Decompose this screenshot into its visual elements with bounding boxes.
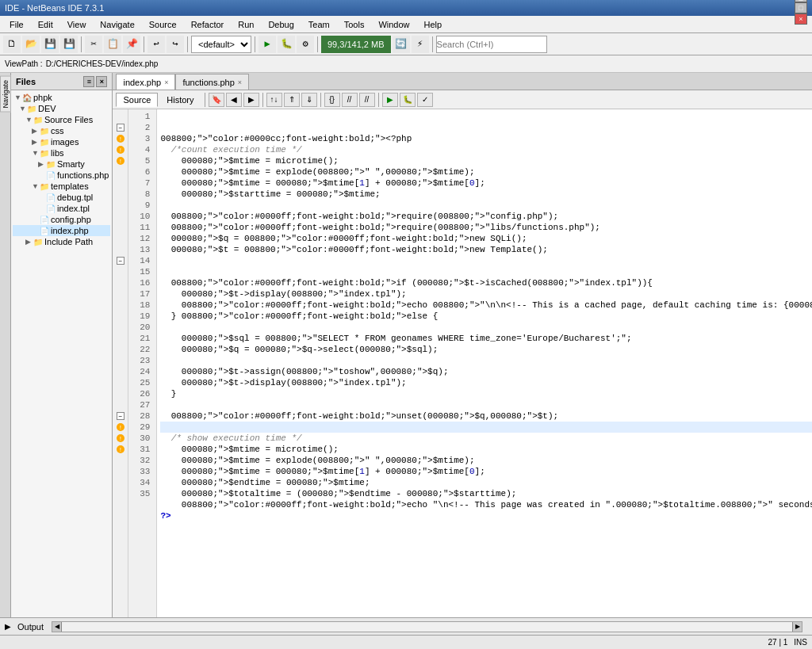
- prev-bookmark-btn[interactable]: ◀: [226, 93, 242, 107]
- etb-sep-1: [205, 93, 205, 107]
- close-button[interactable]: ×: [795, 13, 807, 25]
- prev-error-btn[interactable]: ⇑: [284, 93, 300, 107]
- open-file-button[interactable]: 📂: [22, 36, 40, 53]
- files-title: Files: [16, 77, 36, 86]
- bottom-panel: ▶ Output ◀ ▶: [0, 617, 812, 635]
- navigate-tab[interactable]: Navigate: [0, 76, 11, 113]
- toolbar-sep-3: [187, 36, 188, 52]
- tree-images[interactable]: ▶ 📁 images: [13, 136, 110, 147]
- expand-icon: ▼: [19, 105, 25, 113]
- source-files-label: Source Files: [44, 115, 93, 124]
- debug-button[interactable]: 🐛: [278, 36, 295, 53]
- tree-smarty[interactable]: ▶ 📁 Smarty: [13, 158, 110, 170]
- tree-css[interactable]: ▶ 📁 css: [13, 125, 110, 136]
- menu-file[interactable]: File: [3, 18, 30, 31]
- tree-dev-folder[interactable]: ▼ 📁 DEV: [13, 103, 110, 114]
- menu-debug[interactable]: Debug: [262, 18, 300, 31]
- redo-button[interactable]: ↪: [167, 36, 184, 53]
- code-content[interactable]: 008800;">"color:#0000cc;font-weight:bold…: [157, 109, 812, 617]
- editor-area: index.php × functions.php × Source Histo…: [113, 73, 812, 617]
- source-tab[interactable]: Source: [116, 93, 158, 107]
- tab-functions-php-close[interactable]: ×: [238, 78, 242, 86]
- menu-bar: File Edit View Navigate Source Refactor …: [0, 16, 812, 33]
- tree-templates[interactable]: ▼ 📁 templates: [13, 181, 110, 192]
- viewpath-bar: ViewPath : D:/CHERICHES-DEV/index.php: [0, 55, 812, 73]
- project-icon: 🏠: [22, 94, 32, 102]
- profile-button[interactable]: ⚡: [412, 36, 429, 53]
- hscroll-left[interactable]: ◀: [52, 622, 62, 632]
- copy-button[interactable]: 📋: [104, 36, 121, 53]
- undo-button[interactable]: ↩: [147, 36, 165, 53]
- history-tab[interactable]: History: [159, 93, 201, 107]
- next-error-btn[interactable]: ⇓: [301, 93, 317, 107]
- next-bookmark-btn[interactable]: ▶: [243, 93, 259, 107]
- gc-button[interactable]: 🔄: [393, 36, 410, 53]
- panel-menu-icon[interactable]: ≡: [83, 76, 94, 87]
- tree-functions-php[interactable]: 📄 functions.php: [13, 170, 110, 181]
- libs-label: libs: [51, 148, 64, 158]
- tree-source-files[interactable]: ▼ 📁 Source Files: [13, 114, 110, 125]
- memory-status[interactable]: 99,3/141,2 MB: [321, 36, 391, 53]
- tab-functions-php[interactable]: functions.php ×: [175, 74, 249, 90]
- toggle-line-btn[interactable]: ↑↓: [266, 93, 282, 107]
- search-input[interactable]: [436, 36, 547, 53]
- title-controls: _ □ ×: [795, 0, 807, 25]
- expand-icon: ▼: [14, 94, 21, 101]
- menu-help[interactable]: Help: [418, 18, 449, 31]
- output-icon: ▶: [5, 622, 11, 631]
- run-button[interactable]: ▶: [259, 36, 276, 53]
- functions-php-label: functions.php: [57, 170, 109, 180]
- hscroll-right[interactable]: ▶: [792, 622, 802, 632]
- menu-view[interactable]: View: [61, 18, 93, 31]
- tab-index-php-label: index.php: [123, 78, 161, 87]
- menu-source[interactable]: Source: [143, 18, 183, 31]
- menu-team[interactable]: Team: [302, 18, 336, 31]
- build-button[interactable]: ⚙: [297, 36, 314, 53]
- tab-functions-php-label: functions.php: [182, 78, 234, 87]
- index-tpl-label: index.tpl: [57, 204, 90, 213]
- images-label: images: [51, 137, 79, 147]
- debug-file-btn[interactable]: 🐛: [400, 93, 416, 107]
- index-php-label: index.php: [51, 226, 89, 235]
- etb-sep-2: [262, 93, 263, 107]
- menu-refactor[interactable]: Refactor: [185, 18, 231, 31]
- toggle-bookmark-btn[interactable]: 🔖: [209, 93, 224, 107]
- tab-index-php[interactable]: index.php ×: [116, 74, 175, 90]
- menu-tools[interactable]: Tools: [338, 18, 371, 31]
- tree-libs[interactable]: ▼ 📁 libs: [13, 147, 110, 158]
- save-all-button[interactable]: 💾: [60, 36, 78, 53]
- menu-run[interactable]: Run: [232, 18, 260, 31]
- new-file-button[interactable]: 🗋: [3, 36, 21, 53]
- menu-navigate[interactable]: Navigate: [94, 18, 140, 31]
- tab-index-php-close[interactable]: ×: [164, 78, 168, 86]
- etb-sep-3: [320, 93, 321, 107]
- comment-btn[interactable]: //: [342, 93, 358, 107]
- tabs-bar: index.php × functions.php ×: [113, 73, 812, 90]
- tree-index-tpl[interactable]: 📄 index.tpl: [13, 203, 110, 214]
- run-file-btn[interactable]: ▶: [382, 93, 398, 107]
- tree-index-php[interactable]: 📄 index.php: [13, 225, 110, 236]
- paste-button[interactable]: 📌: [123, 36, 140, 53]
- format-btn[interactable]: {}: [324, 93, 340, 107]
- horizontal-scrollbar[interactable]: ◀ ▶: [52, 621, 802, 632]
- maximize-button[interactable]: □: [795, 2, 807, 13]
- editor-toolbar: Source History 🔖 ◀ ▶ ↑↓ ⇑ ⇓ {} // // ▶ 🐛…: [113, 90, 812, 109]
- panel-close-icon[interactable]: ×: [96, 76, 107, 87]
- tree-project[interactable]: ▼ 🏠 phpk: [13, 92, 110, 103]
- uncomment-btn[interactable]: //: [359, 93, 375, 107]
- cut-button[interactable]: ✂: [85, 36, 102, 53]
- test-file-btn[interactable]: ✓: [417, 93, 433, 107]
- tree-debug-tpl[interactable]: 📄 debug.tpl: [13, 192, 110, 203]
- save-button[interactable]: 💾: [41, 36, 59, 53]
- output-label[interactable]: Output: [17, 622, 44, 632]
- main-toolbar: 🗋 📂 💾 💾 ✂ 📋 📌 ↩ ↪ <default> ▶ 🐛 ⚙ 99,3/1…: [0, 33, 812, 55]
- tree-include-path[interactable]: ▶ 📁 Include Path: [13, 236, 110, 247]
- css-label: css: [51, 126, 64, 136]
- dev-label: DEV: [38, 104, 56, 113]
- config-dropdown[interactable]: <default>: [191, 36, 251, 53]
- tree-config-php[interactable]: 📄 config.php: [13, 214, 110, 225]
- menu-window[interactable]: Window: [372, 18, 416, 31]
- toolbar-sep-4: [255, 36, 255, 52]
- toolbar-sep-1: [81, 36, 82, 52]
- menu-edit[interactable]: Edit: [32, 18, 59, 31]
